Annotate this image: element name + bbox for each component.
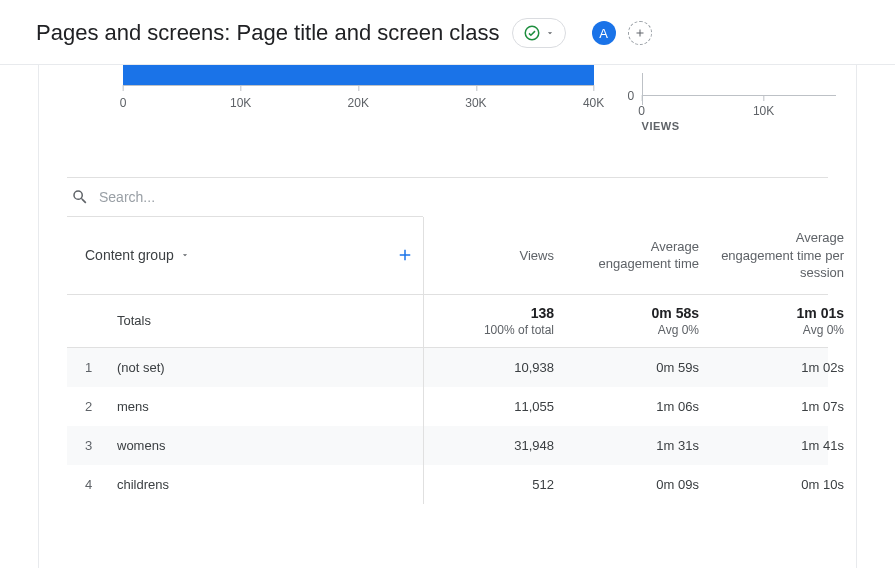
table-head-row: Content group Views Average engagement t… — [67, 217, 828, 295]
row-index: 3 — [85, 438, 97, 453]
row-metric: 1m 41s — [713, 438, 857, 453]
status-dropdown[interactable] — [512, 18, 566, 48]
charts-row: 0 10K 20K 30K 40K 0 0 10K VIEWS — [67, 65, 828, 177]
search-icon — [71, 188, 89, 206]
dimension-label: Content group — [85, 247, 174, 263]
add-comparison-button[interactable] — [628, 21, 652, 45]
bar-chart-axis: 0 10K 20K 30K 40K — [123, 96, 594, 120]
chevron-down-icon — [545, 28, 555, 38]
row-metric: 1m 02s — [713, 360, 857, 375]
plus-icon — [396, 246, 414, 264]
data-table: Content group Views Average engagement t… — [67, 177, 828, 504]
row-index: 4 — [85, 477, 97, 492]
row-name: (not set) — [117, 360, 165, 375]
table-row[interactable]: 3womens31,9481m 31s1m 41s — [67, 426, 828, 465]
totals-cell: 0m 58s Avg 0% — [568, 295, 713, 347]
plus-icon — [634, 27, 646, 39]
mini-chart-x-axis: 0 10K — [634, 96, 828, 118]
bar-axis-tick: 10K — [230, 96, 251, 110]
mini-axis-tick: 0 — [638, 104, 645, 118]
content-card: 0 10K 20K 30K 40K 0 0 10K VIEWS — [38, 65, 857, 568]
totals-row: Totals 138 100% of total 0m 58s Avg 0% 1… — [67, 295, 828, 348]
chevron-down-icon — [180, 250, 190, 260]
dimension-dropdown[interactable]: Content group — [85, 247, 190, 263]
row-metric: 1m 31s — [568, 438, 713, 453]
totals-label: Totals — [67, 295, 423, 346]
mini-chart-axis-label: VIEWS — [634, 120, 828, 132]
column-header[interactable]: Views — [423, 235, 568, 277]
totals-cell: 1m 01s Avg 0% — [713, 295, 857, 347]
row-metric: 512 — [423, 477, 568, 492]
page-header: Pages and screens: Page title and screen… — [0, 0, 895, 65]
search-input[interactable] — [99, 189, 419, 205]
svg-point-0 — [525, 26, 539, 40]
table-row[interactable]: 1(not set)10,9380m 59s1m 02s — [67, 348, 828, 387]
row-index: 2 — [85, 399, 97, 414]
row-metric: 10,938 — [423, 360, 568, 375]
avatar[interactable]: A — [592, 21, 616, 45]
row-metric: 0m 09s — [568, 477, 713, 492]
bar-axis-tick: 40K — [583, 96, 604, 110]
row-metric: 31,948 — [423, 438, 568, 453]
page-title: Pages and screens: Page title and screen… — [36, 20, 500, 46]
row-index: 1 — [85, 360, 97, 375]
add-dimension-button[interactable] — [393, 243, 417, 267]
bar-axis-tick: 30K — [465, 96, 486, 110]
bar-chart-fill — [123, 65, 594, 85]
bar-axis-tick: 20K — [348, 96, 369, 110]
mini-chart: 0 0 10K VIEWS — [634, 65, 828, 155]
column-header[interactable]: Average engagement time — [568, 226, 713, 285]
bar-chart: 0 10K 20K 30K 40K — [67, 65, 594, 155]
row-metric: 11,055 — [423, 399, 568, 414]
table-search-row — [67, 178, 423, 217]
row-metric: 0m 10s — [713, 477, 857, 492]
row-metric: 0m 59s — [568, 360, 713, 375]
row-name: womens — [117, 438, 165, 453]
mini-axis-tick: 10K — [753, 104, 774, 118]
table-row[interactable]: 4childrens5120m 09s0m 10s — [67, 465, 828, 504]
row-metric: 1m 06s — [568, 399, 713, 414]
bar-axis-tick: 0 — [120, 96, 127, 110]
check-circle-icon — [523, 24, 541, 42]
row-name: mens — [117, 399, 149, 414]
column-header[interactable]: Average engagement time per session — [713, 217, 857, 294]
table-row[interactable]: 2mens11,0551m 06s1m 07s — [67, 387, 828, 426]
row-name: childrens — [117, 477, 169, 492]
row-metric: 1m 07s — [713, 399, 857, 414]
totals-cell: 138 100% of total — [423, 295, 568, 347]
